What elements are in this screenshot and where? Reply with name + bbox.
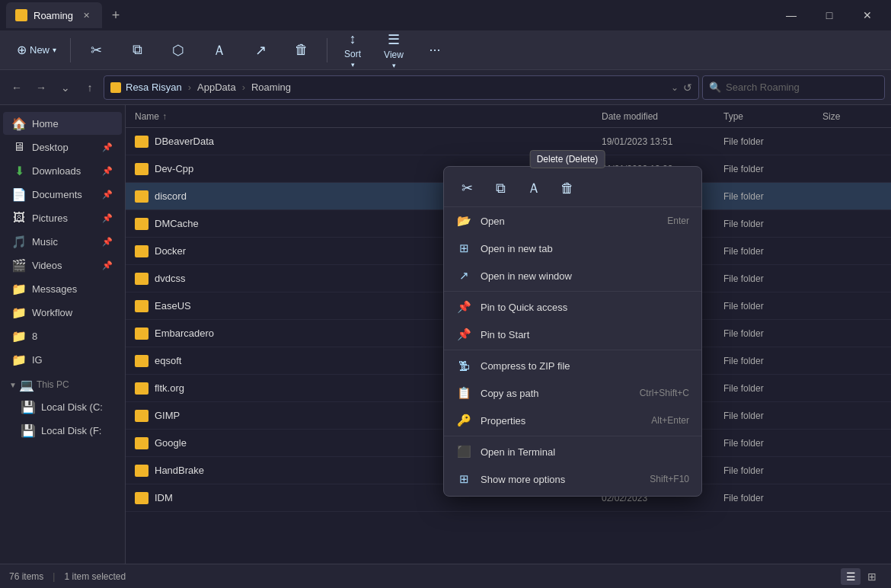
sidebar: 🏠 Home 🖥 Desktop 📌 ⬇ Downloads 📌 📄 Docum… — [0, 105, 126, 564]
share-button[interactable]: ↗ — [241, 34, 279, 67]
up-button[interactable]: ↑ — [79, 77, 101, 98]
window-close-button[interactable]: ✕ — [850, 3, 885, 27]
address-bar-row: ← → ⌄ ↑ Resa Risyan › AppData › Roaming … — [0, 70, 891, 105]
col-sort-icon: ↑ — [162, 111, 167, 122]
more-button[interactable]: ··· — [416, 34, 454, 67]
downloads-icon: ⬇ — [12, 164, 26, 177]
sidebar-item-messages[interactable]: 📁 Messages — [3, 277, 122, 300]
file-type: File folder — [723, 191, 822, 202]
back-button[interactable]: ← — [6, 77, 27, 98]
cm-item-pin-quick[interactable]: 📌 Pin to Quick access — [444, 293, 701, 321]
col-size-label[interactable]: Size — [822, 111, 891, 122]
cut-button[interactable]: ✂ — [77, 34, 115, 67]
rename-icon: Ａ — [212, 41, 226, 59]
cm-copy-icon: ⧉ — [496, 181, 506, 197]
delete-button[interactable]: 🗑 — [283, 34, 321, 67]
cm-copy-button[interactable]: ⧉ — [487, 174, 514, 202]
col-date-label[interactable]: Date modified — [602, 111, 723, 122]
sidebar-item-local-c[interactable]: 💾 Local Disk (C: — [3, 395, 122, 418]
thispc-section[interactable]: ▼ 💻 This PC — [0, 372, 125, 395]
maximize-button[interactable]: □ — [812, 3, 847, 27]
folder-icon — [135, 245, 148, 257]
sidebar-item-workflow[interactable]: 📁 Workflow — [3, 301, 122, 324]
cm-more-options-shortcut: Shift+F10 — [650, 474, 689, 484]
sidebar-label-music: Music — [32, 236, 58, 248]
sidebar-label-workflow: Workflow — [32, 307, 72, 318]
folder-icon — [135, 300, 148, 312]
cm-item-pin-start[interactable]: 📌 Pin to Start — [444, 321, 701, 348]
pin-icon-downloads: 📌 — [102, 166, 113, 176]
sidebar-label-local-c: Local Disk (C: — [41, 401, 103, 413]
sidebar-item-home[interactable]: 🏠 Home — [3, 112, 122, 135]
folder-icon — [135, 273, 148, 285]
tab-close-button[interactable]: ✕ — [79, 8, 93, 22]
cm-cut-button[interactable]: ✂ — [453, 174, 481, 202]
active-tab[interactable]: Roaming ✕ — [6, 2, 102, 28]
folder-icon — [135, 410, 148, 422]
copy-button[interactable]: ⧉ — [118, 34, 156, 67]
cm-item-compress[interactable]: 🗜 Compress to ZIP file — [444, 352, 701, 379]
addr-sep-2: › — [242, 81, 245, 93]
messages-icon: 📁 — [12, 282, 26, 296]
selected-count: 1 item selected — [64, 571, 126, 582]
item-count: 76 items — [9, 571, 43, 582]
sidebar-item-local-f[interactable]: 💾 Local Disk (F: — [3, 419, 122, 442]
sidebar-item-downloads[interactable]: ⬇ Downloads 📌 — [3, 159, 122, 182]
file-type: File folder — [723, 465, 822, 476]
address-refresh[interactable]: ↺ — [683, 81, 692, 94]
sidebar-item-8[interactable]: 📁 8 — [3, 324, 122, 347]
list-view-button[interactable]: ☰ — [841, 568, 861, 585]
forward-button[interactable]: → — [30, 77, 52, 98]
sidebar-item-videos[interactable]: 🎬 Videos 📌 — [3, 254, 122, 276]
col-type-label[interactable]: Type — [723, 111, 822, 122]
sort-button[interactable]: ↕ Sort ▾ — [334, 34, 372, 67]
grid-view-button[interactable]: ⊞ — [862, 568, 882, 585]
delete-tooltip: Delete (Delete) — [530, 150, 605, 168]
tab-folder-icon — [15, 9, 27, 21]
cm-rename-button[interactable]: Ａ — [520, 174, 548, 202]
file-type: File folder — [723, 301, 822, 312]
view-label: View — [384, 50, 404, 60]
folder-icon — [135, 437, 148, 449]
address-path-2: AppData — [197, 81, 236, 93]
cm-properties-icon: 🔑 — [456, 413, 471, 428]
paste-button[interactable]: ⬡ — [159, 34, 197, 67]
cm-item-open-new-tab[interactable]: ⊞ Open in new tab — [444, 235, 701, 262]
toolbar-divider-2 — [327, 38, 327, 62]
cm-cut-icon: ✂ — [461, 180, 473, 197]
cm-item-open-new-window[interactable]: ↗ Open in new window — [444, 262, 701, 289]
address-box[interactable]: Resa Risyan › AppData › Roaming ⌄ ↺ — [104, 75, 699, 100]
cm-item-open[interactable]: 📂 Open Enter — [444, 207, 701, 235]
sidebar-item-desktop[interactable]: 🖥 Desktop 📌 — [3, 136, 122, 158]
minimize-button[interactable]: — — [774, 3, 809, 27]
cm-item-properties[interactable]: 🔑 Properties Alt+Enter — [444, 407, 701, 434]
sidebar-label-messages: Messages — [32, 283, 77, 295]
context-menu-toolbar: ✂ ⧉ Ａ Delete (Delete) 🗑 — [444, 170, 701, 207]
new-tab-button[interactable]: + — [105, 5, 126, 26]
cm-item-terminal[interactable]: ⬛ Open in Terminal — [444, 438, 701, 465]
new-button[interactable]: ⊕ New ▾ — [9, 34, 64, 67]
table-row[interactable]: DBeaverData 19/01/2023 13:51 File folder — [126, 128, 891, 155]
address-dropdown[interactable]: ⌄ — [671, 82, 679, 93]
cm-pin-quick-icon: 📌 — [456, 299, 471, 315]
file-type: File folder — [723, 246, 822, 257]
sidebar-item-ig[interactable]: 📁 IG — [3, 348, 122, 371]
file-type: File folder — [723, 328, 822, 339]
view-button[interactable]: ☰ View ▾ — [375, 34, 413, 67]
recent-button[interactable]: ⌄ — [55, 77, 76, 98]
cm-delete-button[interactable]: Delete (Delete) 🗑 — [554, 174, 581, 202]
sidebar-item-pictures[interactable]: 🖼 Pictures 📌 — [3, 206, 122, 229]
cm-open-label: Open — [481, 216, 658, 227]
status-sep: | — [53, 571, 55, 582]
cm-compress-label: Compress to ZIP file — [481, 360, 689, 372]
cm-terminal-icon: ⬛ — [456, 444, 471, 459]
col-name-label[interactable]: Name — [135, 111, 159, 122]
folder-icon — [135, 190, 148, 203]
cm-item-copy-path[interactable]: 📋 Copy as path Ctrl+Shift+C — [444, 379, 701, 407]
cm-item-more-options[interactable]: ⊞ Show more options Shift+F10 — [444, 465, 701, 493]
copy-icon: ⧉ — [133, 42, 142, 58]
rename-button[interactable]: Ａ — [200, 34, 238, 67]
sidebar-item-documents[interactable]: 📄 Documents 📌 — [3, 183, 122, 206]
sidebar-item-music[interactable]: 🎵 Music 📌 — [3, 230, 122, 253]
search-box[interactable]: 🔍 Search Roaming — [702, 75, 885, 100]
